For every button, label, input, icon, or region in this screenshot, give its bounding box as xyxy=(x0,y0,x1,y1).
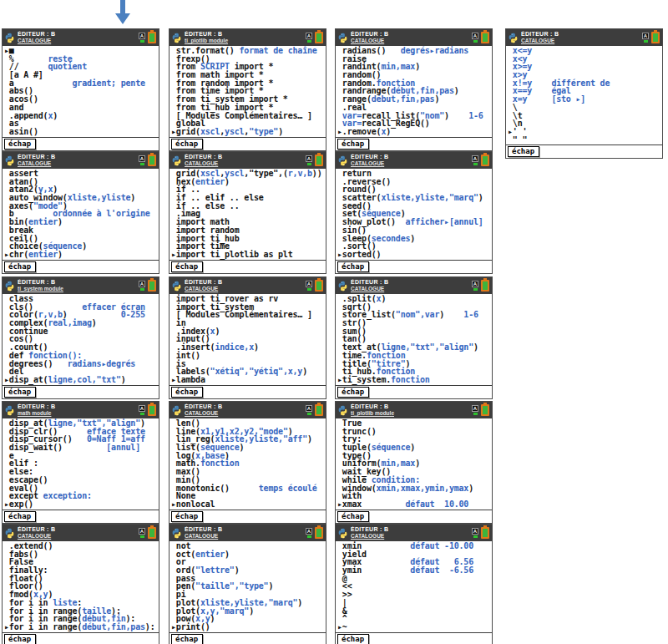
catalog-line[interactable]: ▸~ xyxy=(337,623,491,631)
escape-button[interactable]: échap xyxy=(171,511,203,522)
catalog-line-hint: real,imag xyxy=(48,318,91,327)
screen-title: ÉDITEUR : B xyxy=(351,279,469,287)
catalog-line[interactable]: @ xyxy=(337,575,491,583)
escape-button[interactable]: échap xyxy=(4,511,36,522)
catalog-line[interactable]: acos() xyxy=(4,95,158,104)
catalog-line[interactable]: ^ xyxy=(337,615,491,623)
catalog-line[interactable]: x>=y xyxy=(508,63,661,71)
catalog-line-text: ) xyxy=(381,294,386,303)
catalog-line-text: ▸print() xyxy=(171,622,210,631)
alpha-letter: A xyxy=(472,155,478,162)
catalog-line[interactable]: \n xyxy=(508,119,661,128)
battery-icon xyxy=(315,32,323,43)
catalog-line[interactable]: x=y [sto ▸] xyxy=(508,95,661,104)
softkey-strip: échap xyxy=(336,633,492,644)
catalog-line-text: ) xyxy=(297,598,302,607)
catalog-line[interactable]: ▸.remove(x) xyxy=(337,128,491,136)
catalog-line[interactable]: ▸exp() xyxy=(4,500,158,509)
python-logo-icon xyxy=(171,281,182,292)
alpha-letter: A xyxy=(472,405,478,412)
escape-button[interactable]: échap xyxy=(4,634,36,644)
alpha-letter: A xyxy=(306,281,312,287)
softkey-strip: échap xyxy=(336,138,492,150)
screen-title: ÉDITEUR : B xyxy=(18,31,136,38)
catalog-line-text: ) xyxy=(215,327,220,336)
escape-button[interactable]: échap xyxy=(337,634,369,644)
screen-header-text: ÉDITEUR : B CATALOGUE xyxy=(351,154,469,168)
catalog-line[interactable]: .append(x) xyxy=(4,112,158,120)
escape-button[interactable]: échap xyxy=(171,387,203,398)
alpha-letter: A xyxy=(472,281,478,287)
catalog-line-hint: début,fin,pas xyxy=(82,622,145,631)
catalog-line[interactable]: \t xyxy=(508,112,661,120)
catalog-line[interactable]: disp_wait() [annul] xyxy=(4,444,158,452)
alpha-green-dot xyxy=(140,413,144,415)
catalog-line[interactable]: oct(entier) xyxy=(171,550,325,559)
catalog-line-hint: radians▸degrés xyxy=(53,359,135,368)
screen-header: ÉDITEUR : B ti_system module A xyxy=(3,277,159,294)
calculator-screen: ÉDITEUR : B CATALOGUE A grid(xscl,yscl,"… xyxy=(169,151,326,274)
catalog-line[interactable]: ▸print() xyxy=(171,623,325,631)
status-icons: A xyxy=(139,32,156,43)
catalog-line[interactable]: asin() xyxy=(4,128,158,136)
escape-button[interactable]: échap xyxy=(337,511,369,522)
catalog-line-text: ) xyxy=(82,241,87,251)
escape-button[interactable]: échap xyxy=(171,139,203,150)
escape-button[interactable]: échap xyxy=(171,261,203,272)
catalog-line-text: ▸.remove( xyxy=(337,127,381,136)
catalog-line[interactable]: ▸grid(xscl,yscl,"type") xyxy=(171,128,325,136)
catalog-line[interactable]: ▸chr(entier) xyxy=(4,251,158,259)
catalog-line-text: ) xyxy=(473,342,478,352)
screen-header-text: ÉDITEUR : B ti_plotlib module xyxy=(351,403,469,418)
catalog-line-hint: entier xyxy=(195,550,225,559)
catalog-line[interactable]: ▸nonlocal xyxy=(171,500,325,509)
catalog-line[interactable]: degrees() radians▸degrés xyxy=(4,360,158,368)
alpha-lock-indicator-icon: A xyxy=(472,33,478,43)
catalog-line[interactable]: ▸for i in range(début,fin,pas): xyxy=(4,623,158,631)
catalog-line[interactable]: int() xyxy=(171,352,325,360)
status-icons: A xyxy=(306,32,323,43)
catalog-line[interactable]: ymin défaut -6.56 xyxy=(337,566,491,575)
alpha-letter: A xyxy=(306,405,312,412)
escape-button[interactable]: échap xyxy=(508,146,539,157)
catalog-line-hint: afficher▸[annul] xyxy=(396,217,483,226)
alpha-lock-indicator-icon: A xyxy=(642,33,649,43)
catalog-line[interactable]: ▸ti_system.fonction xyxy=(337,376,491,384)
catalog-line[interactable]: & xyxy=(337,607,491,616)
catalog-line[interactable]: >> xyxy=(337,591,491,599)
screen-title: ÉDITEUR : B xyxy=(18,279,136,287)
catalog-line-text: ▸~ xyxy=(337,622,347,631)
calculator-screen: ÉDITEUR : B ti_system module A class cls… xyxy=(2,276,159,399)
catalog-line-text: ) xyxy=(268,581,273,591)
escape-button[interactable]: échap xyxy=(337,387,369,398)
catalog-line[interactable]: " " xyxy=(508,136,661,145)
catalog-line[interactable]: [ Modules Complémentaires… ] xyxy=(171,311,325,319)
catalog-line-hint: fonction xyxy=(391,375,430,384)
status-icons: A xyxy=(306,527,323,539)
escape-button[interactable]: échap xyxy=(4,139,36,150)
catalog-line[interactable]: ▸' ' xyxy=(508,128,661,136)
catalog-line-text: ) xyxy=(478,193,483,202)
escape-button[interactable]: échap xyxy=(171,634,203,644)
catalog-line[interactable]: | xyxy=(337,599,491,607)
escape-button[interactable]: échap xyxy=(4,387,36,398)
catalog-line[interactable]: ▸disp_at(ligne,col,"txt") xyxy=(4,376,158,384)
catalog-line[interactable]: << xyxy=(337,582,491,591)
catalog-line[interactable]: ▸sorted() xyxy=(337,251,491,259)
catalog-line[interactable]: ▸xmax défaut 10.00 xyxy=(337,500,491,509)
catalog-line[interactable]: ▸import ti_plotlib as plt xyxy=(171,251,325,259)
catalog-line[interactable]: x<=y xyxy=(508,47,661,55)
softkey-strip: échap xyxy=(3,510,159,523)
catalog-line-text: ) xyxy=(58,250,63,259)
escape-button[interactable]: échap xyxy=(337,139,369,150)
escape-button[interactable]: échap xyxy=(337,261,369,272)
screen-title: ÉDITEUR : B xyxy=(351,403,469,411)
catalog-line[interactable]: pen("taille","type") xyxy=(171,582,325,591)
catalog-line[interactable]: ▸lambda xyxy=(171,376,325,384)
softkey-strip: échap xyxy=(170,138,326,150)
escape-button[interactable]: échap xyxy=(4,261,36,272)
battery-icon xyxy=(481,404,489,416)
catalog-line-text: ▸nonlocal xyxy=(171,499,215,509)
python-logo-icon xyxy=(337,33,348,43)
catalog-line[interactable]: \ xyxy=(508,104,661,112)
